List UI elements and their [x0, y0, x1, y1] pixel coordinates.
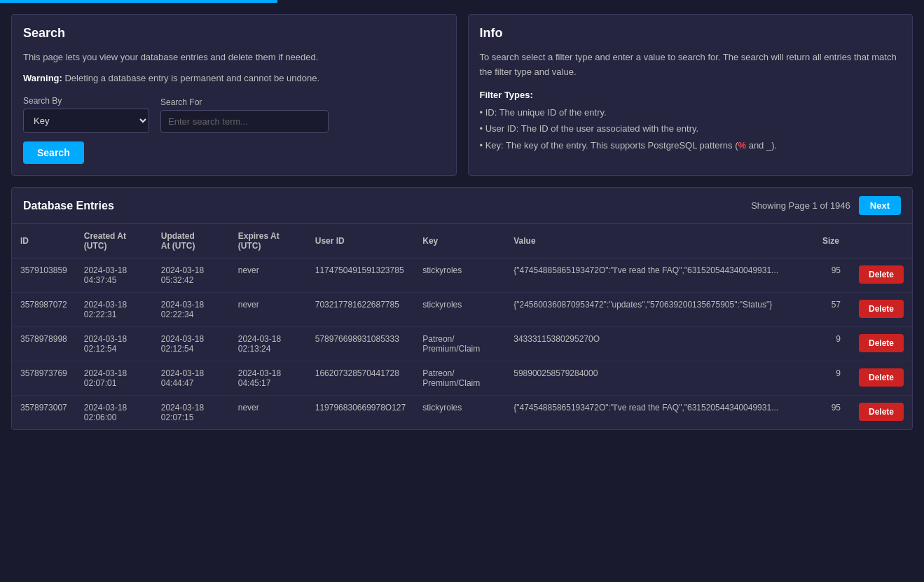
cell-userid: 1174750491591323785	[307, 258, 414, 293]
cell-action: Delete	[849, 361, 912, 396]
search-input[interactable]	[160, 110, 329, 133]
warning-label: Warning:	[23, 73, 62, 83]
search-panel-title: Search	[23, 26, 445, 41]
table-row: 3578987072 2024-03-1802:22:31 2024-03-18…	[12, 293, 912, 327]
cell-created: 2024-03-1802:22:31	[76, 293, 153, 327]
delete-button[interactable]: Delete	[859, 265, 904, 284]
database-title: Database Entries	[23, 200, 114, 212]
cell-value: {"47454885865193472O":"I've read the FAQ…	[505, 396, 814, 430]
cell-id: 3578978998	[12, 327, 76, 361]
info-description: To search select a filter type and enter…	[480, 50, 902, 80]
col-header-key: Key	[414, 224, 505, 258]
cell-expires: never	[230, 293, 307, 327]
database-table: ID Created At(UTC) UpdatedAt (UTC) Expir…	[12, 224, 912, 429]
delete-button[interactable]: Delete	[859, 300, 904, 318]
cell-userid: 166207328570441728	[307, 361, 414, 396]
cell-id: 3578987072	[12, 293, 76, 327]
search-by-label: Search By	[23, 96, 149, 106]
cell-expires: never	[230, 258, 307, 293]
cell-size: 9	[814, 361, 849, 396]
cell-updated: 2024-03-1802:12:54	[153, 327, 230, 361]
filter-list: ID: The unique ID of the entry. User ID:…	[480, 106, 902, 153]
info-panel: Info To search select a filter type and …	[468, 14, 913, 176]
cell-userid: 119796830669978O127	[307, 396, 414, 430]
col-header-userid: User ID	[307, 224, 414, 258]
delete-button[interactable]: Delete	[859, 334, 904, 352]
search-for-group: Search For	[160, 97, 329, 133]
cell-value: {"47454885865193472O":"I've read the FAQ…	[505, 258, 814, 293]
search-description: This page lets you view your database en…	[23, 50, 445, 64]
cell-value: 34333115380295270O	[505, 327, 814, 361]
cell-action: Delete	[849, 293, 912, 327]
table-row: 3578973007 2024-03-1802:06:00 2024-03-18…	[12, 396, 912, 430]
search-button[interactable]: Search	[23, 141, 84, 164]
cell-key: stickyroles	[414, 396, 505, 430]
info-panel-title: Info	[480, 26, 902, 41]
cell-key: stickyroles	[414, 258, 505, 293]
filter-types-label: Filter Types:	[480, 90, 902, 100]
cell-action: Delete	[849, 396, 912, 430]
delete-button[interactable]: Delete	[859, 368, 904, 387]
cell-userid: 703217781622687785	[307, 293, 414, 327]
next-button[interactable]: Next	[859, 196, 901, 215]
cell-created: 2024-03-1802:07:01	[76, 361, 153, 396]
search-by-select[interactable]: Key ID User ID	[23, 109, 149, 133]
cell-size: 57	[814, 293, 849, 327]
cell-id: 3578973769	[12, 361, 76, 396]
col-header-size: Size	[814, 224, 849, 258]
cell-key: Patreon/Premium/Claim	[414, 361, 505, 396]
search-by-group: Search By Key ID User ID	[23, 96, 149, 133]
col-header-created: Created At(UTC)	[76, 224, 153, 258]
table-body: 3579103859 2024-03-1804:37:45 2024-03-18…	[12, 258, 912, 430]
highlight-pattern: %	[738, 140, 746, 151]
table-row: 3579103859 2024-03-1804:37:45 2024-03-18…	[12, 258, 912, 293]
delete-button[interactable]: Delete	[859, 403, 904, 421]
filter-item-key: Key: The key of the entry. This supports…	[480, 139, 902, 153]
cell-size: 9	[814, 327, 849, 361]
pagination-controls: Showing Page 1 of 1946 Next	[751, 196, 901, 215]
cell-created: 2024-03-1802:06:00	[76, 396, 153, 430]
search-warning: Warning: Deleting a database entry is pe…	[23, 71, 445, 85]
cell-value: 598900258579284000	[505, 361, 814, 396]
cell-updated: 2024-03-1804:44:47	[153, 361, 230, 396]
search-panel: Search This page lets you view your data…	[11, 14, 457, 176]
filter-item-id: ID: The unique ID of the entry.	[480, 106, 902, 120]
cell-updated: 2024-03-1802:22:34	[153, 293, 230, 327]
cell-id: 3579103859	[12, 258, 76, 293]
cell-updated: 2024-03-1802:07:15	[153, 396, 230, 430]
pagination-text: Showing Page 1 of 1946	[751, 200, 850, 211]
cell-action: Delete	[849, 258, 912, 293]
cell-size: 95	[814, 258, 849, 293]
database-header: Database Entries Showing Page 1 of 1946 …	[12, 188, 912, 224]
table-header: ID Created At(UTC) UpdatedAt (UTC) Expir…	[12, 224, 912, 258]
cell-action: Delete	[849, 327, 912, 361]
cell-userid: 578976698931085333	[307, 327, 414, 361]
col-header-updated: UpdatedAt (UTC)	[153, 224, 230, 258]
cell-updated: 2024-03-1805:32:42	[153, 258, 230, 293]
cell-key: Patreon/Premium/Claim	[414, 327, 505, 361]
col-header-action	[849, 224, 912, 258]
table-row: 3578973769 2024-03-1802:07:01 2024-03-18…	[12, 361, 912, 396]
header-row: ID Created At(UTC) UpdatedAt (UTC) Expir…	[12, 224, 912, 258]
cell-id: 3578973007	[12, 396, 76, 430]
cell-expires: never	[230, 396, 307, 430]
database-entries-section: Database Entries Showing Page 1 of 1946 …	[11, 187, 913, 430]
cell-key: stickyroles	[414, 293, 505, 327]
filter-item-userid: User ID: The ID of the user associated w…	[480, 122, 902, 136]
cell-created: 2024-03-1802:12:54	[76, 327, 153, 361]
search-for-label: Search For	[160, 97, 329, 107]
search-form-row: Search By Key ID User ID Search For	[23, 96, 445, 133]
cell-created: 2024-03-1804:37:45	[76, 258, 153, 293]
warning-text: Deleting a database entry is permanent a…	[64, 73, 319, 83]
cell-size: 95	[814, 396, 849, 430]
col-header-id: ID	[12, 224, 76, 258]
cell-expires: 2024-03-1804:45:17	[230, 361, 307, 396]
table-row: 3578978998 2024-03-1802:12:54 2024-03-18…	[12, 327, 912, 361]
cell-value: {"245600360870953472":"updates","5706392…	[505, 293, 814, 327]
col-header-value: Value	[505, 224, 814, 258]
col-header-expires: Expires At(UTC)	[230, 224, 307, 258]
cell-expires: 2024-03-1802:13:24	[230, 327, 307, 361]
